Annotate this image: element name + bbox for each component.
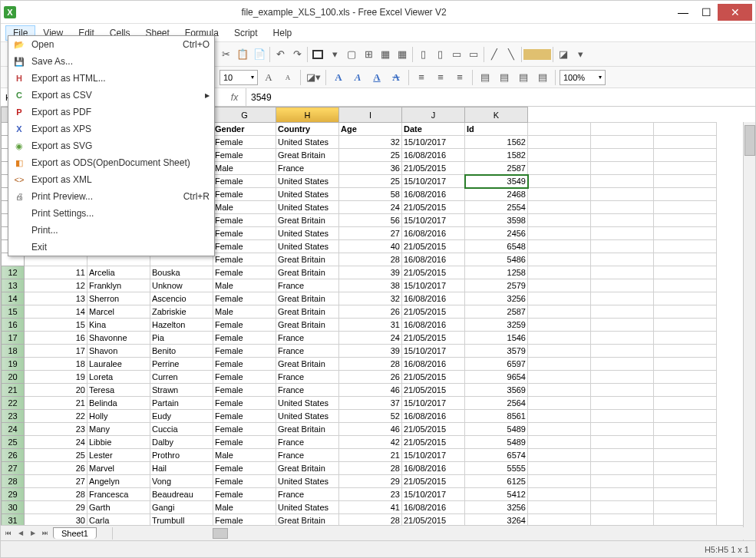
- cell[interactable]: Strawn: [150, 384, 213, 397]
- cell[interactable]: [528, 488, 591, 501]
- cell[interactable]: Libbie: [87, 436, 150, 449]
- cell[interactable]: Dalby: [150, 436, 213, 449]
- cell[interactable]: [591, 162, 654, 175]
- valign-fill-icon[interactable]: ▤: [534, 69, 551, 86]
- cell[interactable]: [654, 188, 717, 201]
- cell[interactable]: [528, 423, 591, 436]
- close-button[interactable]: ✕: [718, 4, 752, 21]
- file-menu-export-as-xps[interactable]: XExport as XPS: [8, 121, 214, 137]
- cell[interactable]: France: [276, 488, 339, 501]
- cell[interactable]: 2554: [465, 201, 528, 214]
- cell[interactable]: [528, 436, 591, 449]
- cell[interactable]: 21/05/2015: [402, 384, 465, 397]
- cell[interactable]: 2468: [465, 188, 528, 201]
- cell[interactable]: Franklyn: [87, 279, 150, 292]
- cell[interactable]: 21/05/2015: [402, 240, 465, 253]
- cell[interactable]: 16/08/2016: [402, 358, 465, 371]
- row-header-31[interactable]: 31: [2, 514, 25, 526]
- diag-box-icon[interactable]: ◪: [555, 46, 572, 63]
- cell[interactable]: 3569: [465, 384, 528, 397]
- cell[interactable]: Male: [213, 201, 276, 214]
- maximize-button[interactable]: ☐: [695, 4, 718, 21]
- file-menu-export-as-csv[interactable]: CExport as CSV▶: [8, 87, 214, 104]
- cell[interactable]: Female: [213, 345, 276, 358]
- valign-bottom-icon[interactable]: ▤: [515, 69, 532, 86]
- cell[interactable]: Belinda: [87, 397, 150, 410]
- cell[interactable]: 21/05/2015: [402, 514, 465, 526]
- border-none-icon[interactable]: ▢: [343, 46, 360, 63]
- cell[interactable]: 21: [25, 397, 87, 410]
- cell[interactable]: [591, 305, 654, 319]
- cell[interactable]: [591, 423, 654, 436]
- cell[interactable]: Loreta: [87, 371, 150, 384]
- row-header-22[interactable]: 22: [2, 397, 25, 410]
- paste-icon[interactable]: 📄: [251, 46, 268, 63]
- cell[interactable]: United States: [276, 175, 339, 188]
- cell[interactable]: [654, 240, 717, 253]
- cell[interactable]: 16/08/2016: [402, 410, 465, 423]
- cell[interactable]: 27: [339, 227, 402, 240]
- font-smaller-icon[interactable]: A: [279, 69, 296, 86]
- cell[interactable]: Arcelia: [87, 266, 150, 279]
- cell[interactable]: [528, 279, 591, 292]
- cell[interactable]: Prothro: [150, 449, 213, 462]
- row-header-13[interactable]: 13: [2, 279, 25, 292]
- file-menu-export-as-svg[interactable]: ◉Export as SVG: [8, 137, 214, 154]
- vertical-scrollbar[interactable]: [743, 122, 755, 540]
- row-header-26[interactable]: 26: [2, 449, 25, 462]
- col-header-I[interactable]: I: [339, 107, 402, 123]
- cell[interactable]: Great Britain: [276, 462, 339, 475]
- cell[interactable]: Great Britain: [276, 423, 339, 436]
- cell[interactable]: [591, 175, 654, 188]
- cell-style1-icon[interactable]: [523, 49, 537, 60]
- cell[interactable]: [528, 305, 591, 319]
- cell[interactable]: Zabriskie: [150, 305, 213, 319]
- cell[interactable]: Female: [213, 319, 276, 332]
- cell[interactable]: United States: [276, 227, 339, 240]
- cell[interactable]: Partain: [150, 397, 213, 410]
- file-menu-export-as-xml[interactable]: <>Export as XML: [8, 171, 214, 188]
- cell[interactable]: Female: [213, 384, 276, 397]
- cell[interactable]: France: [276, 384, 339, 397]
- cell[interactable]: 3259: [465, 319, 528, 332]
- cell[interactable]: Great Britain: [276, 305, 339, 319]
- cell[interactable]: [654, 149, 717, 162]
- cell[interactable]: 16/08/2016: [402, 227, 465, 240]
- row-header-24[interactable]: 24: [2, 423, 25, 436]
- cell[interactable]: Eudy: [150, 410, 213, 423]
- cell[interactable]: Age: [339, 123, 402, 136]
- border-left-icon[interactable]: ▯: [414, 46, 431, 63]
- row-header-27[interactable]: 27: [2, 462, 25, 475]
- font-larger-icon[interactable]: A: [260, 69, 277, 86]
- cell[interactable]: 21/05/2015: [402, 371, 465, 384]
- cell[interactable]: 16: [25, 332, 87, 345]
- valign-middle-icon[interactable]: ▤: [496, 69, 513, 86]
- cell[interactable]: [654, 253, 717, 266]
- cell[interactable]: [654, 162, 717, 175]
- cell[interactable]: 28: [25, 488, 87, 501]
- copy-icon[interactable]: 📋: [234, 46, 251, 63]
- row-header-14[interactable]: 14: [2, 292, 25, 305]
- cell[interactable]: [654, 501, 717, 514]
- cell[interactable]: Female: [213, 214, 276, 227]
- file-menu-print-settings-[interactable]: Print Settings...: [8, 205, 214, 222]
- cell[interactable]: 40: [339, 240, 402, 253]
- tab-nav-prev[interactable]: ◀: [15, 527, 27, 540]
- cell[interactable]: [528, 149, 591, 162]
- cell[interactable]: Female: [213, 436, 276, 449]
- cell[interactable]: 15/10/2017: [402, 449, 465, 462]
- diag-dropdown-icon[interactable]: ▾: [572, 46, 589, 63]
- cell[interactable]: 46: [339, 384, 402, 397]
- cell[interactable]: [591, 462, 654, 475]
- align-right-icon[interactable]: ≡: [451, 69, 468, 86]
- diag-down-icon[interactable]: ╲: [503, 46, 520, 63]
- cell[interactable]: [591, 123, 654, 136]
- cell[interactable]: [654, 410, 717, 423]
- cell[interactable]: United States: [276, 136, 339, 149]
- cell[interactable]: Female: [213, 188, 276, 201]
- cell[interactable]: [654, 358, 717, 371]
- cut-icon[interactable]: ✂: [217, 46, 234, 63]
- cell[interactable]: 27: [25, 475, 87, 488]
- cell[interactable]: [528, 475, 591, 488]
- cell[interactable]: Female: [213, 397, 276, 410]
